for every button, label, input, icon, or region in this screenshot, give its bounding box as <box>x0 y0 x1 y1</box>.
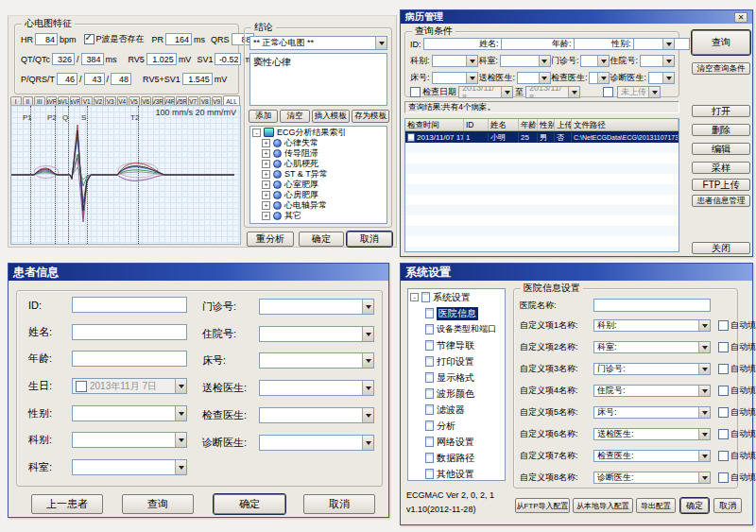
exam-date-checkbox[interactable] <box>410 87 421 97</box>
gender-query-combo[interactable] <box>633 38 675 50</box>
dropdown-arrow-icon[interactable] <box>362 436 373 450</box>
tree-item-analysis[interactable]: 分析 <box>408 418 505 434</box>
reanalyze-button[interactable]: 重分析 <box>247 232 294 247</box>
dropdown-arrow-icon[interactable] <box>698 472 710 483</box>
delete-button[interactable]: 删除 <box>692 124 750 136</box>
qt-input[interactable] <box>52 53 75 65</box>
dropdown-arrow-icon[interactable] <box>362 408 373 422</box>
close-button[interactable]: 关闭 <box>692 242 750 254</box>
clear-button[interactable]: 清空 <box>280 110 309 123</box>
tree-item[interactable]: +ST & T异常 <box>250 169 387 180</box>
upload-filter-combo[interactable]: 未上传 <box>617 86 661 98</box>
dropdown-arrow-icon[interactable] <box>648 87 660 97</box>
patient-info-titlebar[interactable]: 患者信息 <box>9 264 388 281</box>
diagnosis-combo[interactable]: ** 正常心电图 ** <box>249 36 387 50</box>
cancel-button[interactable]: 取消 <box>713 498 742 513</box>
tree-item-rhythm-lead[interactable]: 节律导联 <box>408 337 505 353</box>
custom-item-6-combo[interactable]: 送检医生: <box>593 428 711 440</box>
dropdown-arrow-icon[interactable] <box>175 433 186 447</box>
col-age[interactable]: 年龄 <box>519 119 538 130</box>
import-local-config-button[interactable]: 从本地导入配置 <box>573 498 633 513</box>
autofill-1-checkbox[interactable] <box>718 320 729 331</box>
col-gender[interactable]: 性别 <box>538 119 555 130</box>
import-ftp-config-button[interactable]: 从FTP导入配置 <box>515 498 570 513</box>
collapse-icon[interactable]: - <box>410 293 419 301</box>
exam-doctor-combo[interactable] <box>259 407 374 423</box>
custom-item-7-combo[interactable]: 检查医生: <box>593 450 711 462</box>
expand-icon[interactable]: + <box>262 201 270 210</box>
bed-no-combo[interactable] <box>259 352 374 369</box>
tree-item[interactable]: +传导阻滞 <box>250 148 387 159</box>
col-id[interactable]: ID <box>464 119 489 130</box>
diag-doctor-combo[interactable] <box>259 435 374 451</box>
custom-item-2-combo[interactable]: 科室: <box>593 341 711 353</box>
age-input[interactable] <box>72 351 187 367</box>
qrs-axis-input[interactable] <box>84 73 105 85</box>
marker-line-p2[interactable] <box>55 106 56 244</box>
custom-item-1-combo[interactable]: 科别: <box>593 319 711 332</box>
tree-item-wave-color[interactable]: 波形颜色 <box>408 386 505 402</box>
dropdown-arrow-icon[interactable] <box>698 386 710 396</box>
prev-patient-button[interactable]: 上一患者 <box>31 494 103 514</box>
expand-icon[interactable]: + <box>262 180 270 189</box>
expand-icon[interactable]: + <box>262 212 270 220</box>
conclusion-note-textarea[interactable]: 窦性心律 <box>249 53 387 106</box>
col-upload[interactable]: 上传 <box>555 119 572 130</box>
request-doctor-query-combo[interactable] <box>517 72 551 84</box>
tree-item-other-settings[interactable]: 其他设置 <box>408 466 505 481</box>
dropdown-arrow-icon[interactable] <box>466 56 477 66</box>
cancel-button[interactable]: 取消 <box>303 494 375 514</box>
sv1-input[interactable] <box>215 53 241 65</box>
gender-combo[interactable] <box>72 405 187 421</box>
exam-doctor-query-combo[interactable] <box>589 72 610 84</box>
tree-item[interactable]: +心电轴异常 <box>250 200 387 211</box>
records-table-header[interactable]: 检查时间 ID 姓名 年龄 性别 上传 文件路径 <box>405 119 679 131</box>
upload-filter-checkbox[interactable] <box>603 87 613 97</box>
tree-item-filter[interactable]: 滤波器 <box>408 402 505 418</box>
expand-icon[interactable]: + <box>262 191 270 199</box>
dropdown-arrow-icon[interactable] <box>175 460 186 474</box>
tree-item-display-format[interactable]: 显示格式 <box>408 369 505 386</box>
tree-item[interactable]: +心律失常 <box>250 138 387 148</box>
dept-type-combo[interactable] <box>72 432 187 448</box>
ok-button[interactable]: 确定 <box>214 494 285 514</box>
open-button[interactable]: 打开 <box>692 105 750 117</box>
dropdown-arrow-icon[interactable] <box>466 73 477 83</box>
col-name[interactable]: 姓名 <box>489 119 519 130</box>
rv5-input[interactable] <box>146 53 177 65</box>
query-button[interactable]: 查询 <box>692 30 750 55</box>
cancel-button[interactable]: 取消 <box>347 232 392 247</box>
autofill-6-checkbox[interactable] <box>718 429 729 439</box>
dropdown-arrow-icon[interactable] <box>698 320 710 331</box>
add-button[interactable]: 添加 <box>249 110 278 123</box>
dropdown-arrow-icon[interactable] <box>662 73 674 83</box>
marker-line-q[interactable] <box>68 106 69 244</box>
col-file-path[interactable]: 文件路径 <box>572 119 679 130</box>
autofill-4-checkbox[interactable] <box>718 386 729 396</box>
outpatient-no-query-combo[interactable] <box>580 55 610 67</box>
edit-button[interactable]: 编辑 <box>692 143 750 155</box>
request-doctor-combo[interactable] <box>259 380 374 396</box>
expand-icon[interactable]: + <box>262 160 270 168</box>
custom-item-3-combo[interactable]: 门诊号: <box>593 363 711 375</box>
tree-item-print-settings[interactable]: 打印设置 <box>408 353 505 369</box>
marker-line-s[interactable] <box>87 106 88 244</box>
ok-button[interactable]: 确定 <box>680 498 709 513</box>
tree-item-device-port[interactable]: 设备类型和端口 <box>408 321 505 337</box>
dropdown-arrow-icon[interactable] <box>698 342 710 352</box>
expand-icon[interactable]: + <box>262 139 270 147</box>
p-axis-input[interactable] <box>57 73 77 85</box>
dropdown-arrow-icon[interactable] <box>175 379 186 393</box>
dropdown-arrow-icon[interactable] <box>698 429 710 439</box>
tree-item-network-settings[interactable]: 网络设置 <box>408 434 505 450</box>
dropdown-arrow-icon[interactable] <box>539 73 550 83</box>
dropdown-arrow-icon[interactable] <box>175 406 186 420</box>
diag-doctor-query-combo[interactable] <box>648 72 675 84</box>
rv5sv1-input[interactable] <box>182 73 213 85</box>
dropdown-arrow-icon[interactable] <box>698 364 710 374</box>
autofill-7-checkbox[interactable] <box>718 451 729 461</box>
close-icon[interactable]: ✕ <box>734 12 747 23</box>
dropdown-arrow-icon[interactable] <box>597 56 609 66</box>
dropdown-arrow-icon[interactable] <box>662 39 674 49</box>
custom-item-8-combo[interactable]: 诊断医生: <box>593 472 711 484</box>
